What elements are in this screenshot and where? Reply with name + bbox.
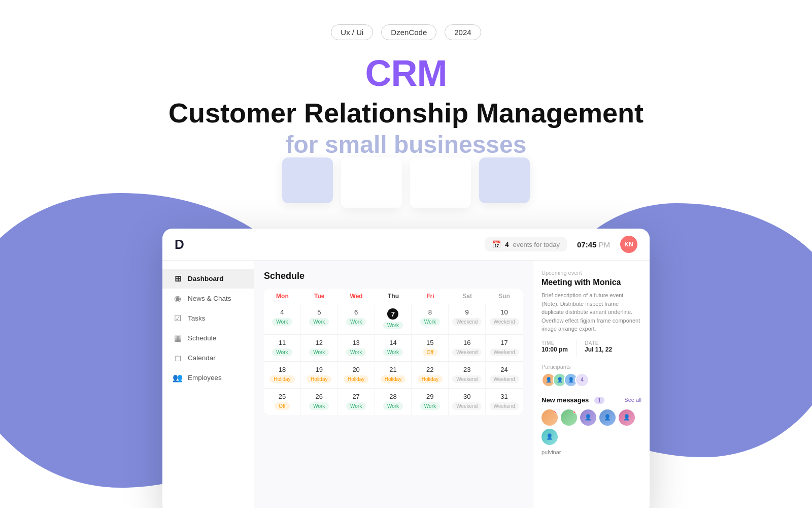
tag-dzencode: DzenCode xyxy=(381,24,436,40)
day-sat: Sat xyxy=(449,289,486,304)
participants-avatars: 👤 👤 👤 4 xyxy=(542,373,641,387)
sidebar-label-calendar: Calendar xyxy=(188,354,216,362)
sidebar-item-schedule[interactable]: ▦ Schedule xyxy=(162,328,254,348)
meta-time: time 10:00 pm xyxy=(542,340,568,357)
time-value: 10:00 pm xyxy=(542,346,568,353)
cal-cell-12: 12Work xyxy=(301,335,338,361)
sidebar-item-news-chats[interactable]: ◉ News & Chats xyxy=(162,289,254,308)
cal-cell-23: 23Weekend xyxy=(449,362,486,388)
employees-icon: 👥 xyxy=(173,373,183,383)
sidebar: ⊞ Dashboard ◉ News & Chats ☑ Tasks ▦ Sch… xyxy=(162,261,254,508)
day-tue: Tue xyxy=(301,289,338,304)
cal-cell-11: 11Work xyxy=(264,335,301,361)
app-topbar: D 📅 4 events for today 07:45 PM KN xyxy=(162,229,650,261)
cal-cell-30: 30Weekend xyxy=(449,389,486,415)
participant-count: 4 xyxy=(575,373,589,387)
sidebar-item-employees[interactable]: 👥 Employees xyxy=(162,368,254,388)
upcoming-label: Upcoming event xyxy=(542,270,641,276)
app-logo: D xyxy=(175,237,184,252)
sidebar-label-dashboard: Dashboard xyxy=(188,275,224,282)
app-body: ⊞ Dashboard ◉ News & Chats ☑ Tasks ▦ Sch… xyxy=(162,261,650,508)
date-label: Date xyxy=(585,340,612,346)
msg-avatar-6[interactable]: 👤 xyxy=(542,429,558,445)
day-fri: Fri xyxy=(412,289,449,304)
notif-dot-2 xyxy=(573,409,577,414)
time-label: time xyxy=(542,340,568,346)
messages-count-badge: 1 xyxy=(594,397,604,404)
date-value: Jul 11, 22 xyxy=(585,346,612,353)
sidebar-item-tasks[interactable]: ☑ Tasks xyxy=(162,308,254,328)
calendar-week-4: 25Off 26Work 27Work 28Work 29Work 30Week… xyxy=(264,389,523,415)
calendar-header: Mon Tue Wed Thu Fri Sat Sun xyxy=(264,289,523,304)
hero-crm: CRM xyxy=(0,52,812,94)
dashboard-icon: ⊞ xyxy=(173,274,183,283)
pulvinar-text: pulvinar xyxy=(542,449,641,455)
cal-cell-21: 21Holiday xyxy=(375,362,412,388)
cal-cell-17: 17Weekend xyxy=(486,335,523,361)
preview-card-1 xyxy=(282,157,333,203)
cal-cell-8: 8Work xyxy=(412,304,449,334)
cal-cell-24: 24Weekend xyxy=(486,362,523,388)
hero-subtitle: for small businesses xyxy=(0,131,812,158)
event-desc: Brief description of a future event (Not… xyxy=(542,291,641,333)
messages-title-area: New messages 1 xyxy=(542,395,604,404)
main-content: Schedule Mon Tue Wed Thu Fri Sat Sun 4Wo… xyxy=(254,261,533,508)
msg-avatar-5[interactable]: 👤 xyxy=(619,409,635,426)
preview-card-4 xyxy=(479,157,530,203)
sidebar-label-news-chats: News & Chats xyxy=(188,295,231,302)
cal-cell-19: 19Holiday xyxy=(301,362,338,388)
calendar-week-3: 18Holiday 19Holiday 20Holiday 21Holiday … xyxy=(264,362,523,389)
sidebar-item-dashboard[interactable]: ⊞ Dashboard xyxy=(162,269,254,289)
user-avatar[interactable]: KN xyxy=(620,236,637,253)
messages-header: New messages 1 See all xyxy=(542,395,641,404)
events-label: events for today xyxy=(513,241,560,248)
cal-cell-4: 4Work xyxy=(264,304,301,334)
preview-card-3 xyxy=(410,157,471,208)
calendar-icon: 📅 xyxy=(492,240,501,248)
messages-title: New messages xyxy=(542,396,589,404)
cal-cell-22: 22Holiday xyxy=(412,362,449,388)
cal-cell-9: 9Weekend xyxy=(449,304,486,334)
day-thu: Thu xyxy=(375,289,412,304)
day-sun: Sun xyxy=(486,289,523,304)
app-window: D 📅 4 events for today 07:45 PM KN ⊞ Das… xyxy=(162,229,650,508)
msg-avatar-4[interactable]: 👤 xyxy=(599,409,616,426)
see-all-link[interactable]: See all xyxy=(624,397,641,403)
cal-cell-15: 15Off xyxy=(412,335,449,361)
cal-cell-10: 10Weekend xyxy=(486,304,523,334)
preview-card-2 xyxy=(341,157,402,208)
time-display: 07:45 PM xyxy=(577,240,610,249)
day-mon: Mon xyxy=(264,289,301,304)
msg-avatar-1[interactable] xyxy=(542,409,558,426)
cal-cell-16: 16Weekend xyxy=(449,335,486,361)
events-badge: 📅 4 events for today xyxy=(485,237,567,251)
participants-label: Participants xyxy=(542,364,641,370)
msg-avatar-2[interactable] xyxy=(561,409,577,426)
cal-cell-14: 14Work xyxy=(375,335,412,361)
sidebar-item-calendar[interactable]: ◻ Calendar xyxy=(162,348,254,368)
topbar-right: 📅 4 events for today 07:45 PM KN xyxy=(485,236,637,253)
top-header: Ux / Ui DzenCode 2024 xyxy=(0,0,812,40)
meta-date: Date Jul 11, 22 xyxy=(585,340,612,357)
sidebar-label-employees: Employees xyxy=(188,374,222,382)
right-panel: Upcoming event Meeting with Monica Brief… xyxy=(533,261,650,508)
cal-cell-18: 18Holiday xyxy=(264,362,301,388)
cal-cell-6: 6Work xyxy=(338,304,375,334)
msg-avatar-3[interactable]: 👤 xyxy=(580,409,596,426)
cal-cell-27: 27Work xyxy=(338,389,375,415)
calendar-icon: ◻ xyxy=(173,353,183,363)
sidebar-label-tasks: Tasks xyxy=(188,314,206,322)
tag-ux-ui: Ux / Ui xyxy=(331,24,373,40)
time-pm: PM xyxy=(599,240,611,249)
meta-divider xyxy=(576,340,577,357)
tasks-icon: ☑ xyxy=(173,313,183,323)
day-wed: Wed xyxy=(338,289,375,304)
message-avatars: 👤 👤 👤 👤 xyxy=(542,409,641,445)
cal-cell-28: 28Work xyxy=(375,389,412,415)
event-meta: time 10:00 pm Date Jul 11, 22 xyxy=(542,340,641,357)
cal-cell-26: 26Work xyxy=(301,389,338,415)
cal-cell-29: 29Work xyxy=(412,389,449,415)
news-chats-icon: ◉ xyxy=(173,294,183,303)
event-title: Meeting with Monica xyxy=(542,278,641,287)
schedule-title: Schedule xyxy=(264,271,523,281)
